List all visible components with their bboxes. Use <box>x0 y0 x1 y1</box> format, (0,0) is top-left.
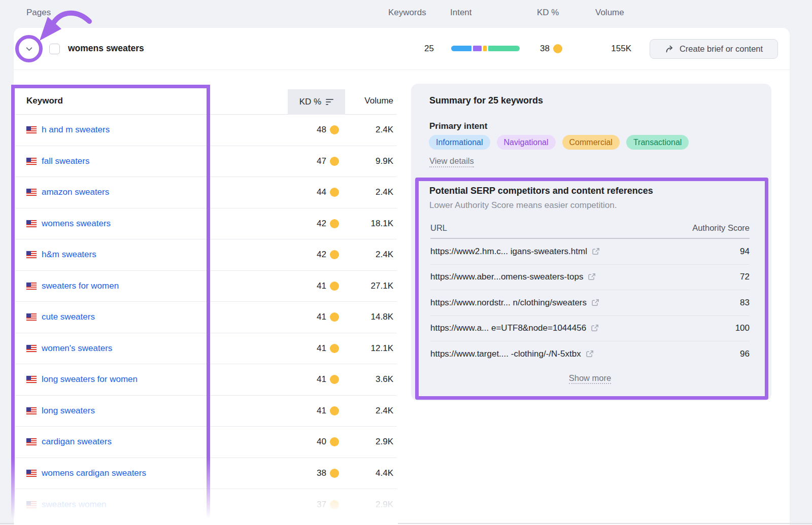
volume-value: 2.4K <box>339 187 393 197</box>
serp-row: https://www.nordstr... n/clothing/sweate… <box>430 290 750 316</box>
chevron-down-icon <box>25 45 33 53</box>
serp-section-title: Potential SERP competitors and content r… <box>429 186 653 196</box>
kd-difficulty-dot <box>330 312 339 322</box>
keyword-link[interactable]: cute sweaters <box>42 312 95 322</box>
keyword-link[interactable]: h&m sweaters <box>42 250 96 260</box>
badge-commercial: Commercial <box>562 135 620 150</box>
column-label-keywords: Keywords <box>388 8 426 18</box>
keyword-link[interactable]: fall sweaters <box>42 156 89 166</box>
external-link-icon[interactable] <box>592 248 600 256</box>
show-more-link[interactable]: Show more <box>569 373 611 384</box>
authority-score-value: 94 <box>740 247 750 257</box>
external-link-icon[interactable] <box>588 273 596 281</box>
kd-value: 48 <box>293 125 326 135</box>
volume-value: 2.4K <box>339 125 393 135</box>
serp-section-subtitle: Lower Authority Score means easier compe… <box>429 200 617 211</box>
kd-header-label: KD % <box>299 97 321 107</box>
annotation-box-keywords-right <box>207 85 210 519</box>
keyword-link[interactable]: women's sweaters <box>42 343 112 354</box>
keyword-row: womens sweaters 42 18.1K <box>15 208 397 240</box>
serp-url-link[interactable]: https://www.target.... -clothing/-/N-5xt… <box>430 349 581 359</box>
external-link-icon[interactable] <box>591 324 599 332</box>
keyword-row: h&m sweaters 42 2.4K <box>15 239 397 271</box>
volume-value: 14.8K <box>339 312 393 322</box>
badge-informational: Informational <box>429 135 490 150</box>
kd-difficulty-dot <box>330 282 339 291</box>
kd-value: 42 <box>293 219 326 229</box>
annotation-box-keywords-top <box>11 85 210 88</box>
kd-value: 41 <box>293 374 326 384</box>
us-flag-icon <box>26 251 37 258</box>
us-flag-icon <box>26 470 37 477</box>
keyword-row: long sweaters 41 2.4K <box>15 396 397 427</box>
kd-difficulty-dot <box>330 406 339 415</box>
kd-difficulty-dot <box>330 500 339 509</box>
kd-difficulty-dot <box>330 469 339 478</box>
keyword-strategy-page: Pages Keywords Intent KD % Volume womens… <box>0 0 812 525</box>
keyword-link[interactable]: amazon sweaters <box>42 187 109 197</box>
kd-difficulty-dot <box>330 375 339 384</box>
volume-value: 18.1K <box>339 219 393 229</box>
share-arrow-icon <box>665 45 674 54</box>
us-flag-icon <box>26 189 37 196</box>
view-details-link[interactable]: View details <box>429 156 474 167</box>
volume-value: 4.4K <box>339 468 393 478</box>
kd-value: 41 <box>293 281 326 291</box>
keyword-link[interactable]: long sweaters <box>42 406 95 416</box>
kd-difficulty-dot <box>330 219 339 228</box>
kd-value: 44 <box>293 187 326 197</box>
volume-value: 3.6K <box>339 374 393 384</box>
column-label-kd: KD % <box>537 8 559 18</box>
serp-url-link[interactable]: https://www2.hm.c... igans-sweaters.html <box>430 247 587 257</box>
kd-value: 37 <box>293 500 326 510</box>
authority-score-column-header: Authority Score <box>624 223 750 233</box>
volume-value: 27.1K <box>339 281 393 291</box>
keyword-link[interactable]: sweaters women <box>42 500 107 510</box>
create-brief-button[interactable]: Create brief or content <box>650 39 778 59</box>
page-row-checkbox[interactable] <box>49 44 60 54</box>
keyword-row: cardigan sweaters 40 2.9K <box>15 427 397 458</box>
kd-column-header-sort[interactable]: KD % <box>288 89 345 115</box>
keyword-row: sweaters for women 41 27.1K <box>15 271 397 302</box>
kd-value: 42 <box>293 250 326 260</box>
intent-segment-navigational <box>473 46 482 51</box>
keyword-link[interactable]: womens cardigan sweaters <box>42 468 146 478</box>
intent-segment-informational <box>451 46 471 51</box>
keyword-link[interactable]: womens sweaters <box>42 219 111 229</box>
kd-value: 41 <box>293 343 326 354</box>
external-link-icon[interactable] <box>591 299 599 307</box>
keyword-link[interactable]: sweaters for women <box>42 281 119 291</box>
serp-row: https://www2.hm.c... igans-sweaters.html… <box>430 239 750 265</box>
serp-row: https://www.aber...omens-sweaters-tops 7… <box>430 265 750 291</box>
badge-transactional: Transactional <box>626 135 689 150</box>
annotation-box-keywords-left <box>11 85 15 519</box>
keyword-link[interactable]: h and m sweaters <box>42 125 110 135</box>
url-column-header: URL <box>430 223 447 233</box>
serp-url-link[interactable]: https://www.aber...omens-sweaters-tops <box>430 272 583 282</box>
keyword-row: h and m sweaters 48 2.4K <box>15 115 397 146</box>
kd-difficulty-dot <box>330 250 339 259</box>
serp-url-link[interactable]: https://www.a... e=UTF8&node=1044456 <box>430 323 586 333</box>
keyword-link[interactable]: long sweaters for women <box>42 374 138 384</box>
us-flag-icon <box>26 126 37 133</box>
page-kd-value: 38 <box>518 44 550 54</box>
kd-difficulty-dot <box>330 188 339 197</box>
volume-value: 2.4K <box>339 406 393 416</box>
keyword-table-header: Keyword KD % Volume <box>15 89 397 115</box>
kd-value: 41 <box>293 312 326 322</box>
kd-value: 40 <box>293 437 326 447</box>
external-link-icon[interactable] <box>586 350 594 358</box>
authority-score-value: 96 <box>740 349 750 359</box>
keyword-row: women's sweaters 41 12.1K <box>15 333 397 365</box>
volume-value: 2.9K <box>339 500 393 510</box>
us-flag-icon <box>26 438 37 445</box>
collapse-row-button[interactable] <box>19 39 39 58</box>
serp-url-link[interactable]: https://www.nordstr... n/clothing/sweate… <box>430 298 587 308</box>
kd-difficulty-dot <box>330 437 339 446</box>
serp-row: https://www.target.... -clothing/-/N-5xt… <box>430 341 750 367</box>
authority-score-value: 100 <box>735 323 750 333</box>
keyword-column-header: Keyword <box>26 96 63 106</box>
volume-column-header: Volume <box>339 96 393 106</box>
keyword-link[interactable]: cardigan sweaters <box>42 437 112 447</box>
volume-value: 2.4K <box>339 250 393 260</box>
